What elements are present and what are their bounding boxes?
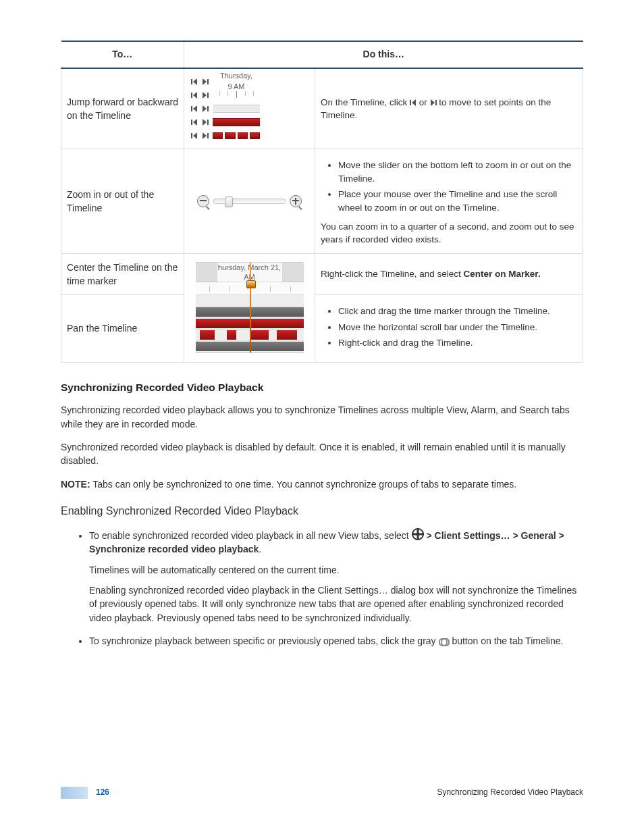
th-to: To…: [61, 41, 184, 68]
list-item: Place your mouse over the Timeline and u…: [338, 188, 577, 214]
menu-path: Client Settings…: [435, 530, 510, 541]
zoom-in-icon: [290, 195, 302, 207]
track-empty: [213, 105, 260, 113]
figure-zoom: [184, 149, 315, 253]
subsection-heading: Enabling Synchronized Recorded Video Pla…: [61, 503, 583, 519]
note-label: NOTE:: [61, 479, 90, 490]
timeline-marker: [250, 263, 251, 353]
breadcrumb-sep: >: [559, 530, 564, 541]
menu-path: Synchronize recorded video playback: [89, 544, 259, 554]
breadcrumb-sep: >: [426, 530, 434, 541]
body-paragraph: Enabling synchronized recorded video pla…: [89, 583, 583, 625]
table-row: Zoom in or out of the Timeline Move the …: [61, 149, 583, 253]
list-item: To enable synchronized recorded video pl…: [89, 528, 583, 625]
prev-point-icon: [191, 78, 198, 85]
prev-point-icon: [410, 99, 417, 106]
note-paragraph: NOTE: Tabs can only be synchronized to o…: [61, 477, 583, 491]
next-point-icon: [202, 105, 209, 112]
list-item: Move the slider on the bottom left to zo…: [338, 159, 577, 185]
to-cell: Pan the Timeline: [61, 295, 184, 363]
to-cell: Zoom in or out of the Timeline: [61, 149, 184, 253]
page-number: 126: [96, 787, 109, 798]
do-cell: Click and drag the time marker through t…: [315, 295, 583, 363]
body-paragraph: Synchronizing recorded video playback al…: [61, 403, 583, 431]
footer-title: Synchronizing Recorded Video Playback: [437, 787, 583, 798]
table-row: Jump forward or backward on the Timeline…: [61, 68, 583, 149]
table-row: Pan the Timeline Click and drag the time…: [61, 295, 583, 363]
to-cell: Center the Timeline on the time marker: [61, 253, 184, 295]
breadcrumb-sep: >: [512, 530, 520, 541]
section-heading: Synchronizing Recorded Video Playback: [61, 380, 583, 395]
figure-jump: Thursday, 9 AM: [184, 68, 315, 149]
next-point-icon: [202, 119, 209, 126]
next-point-icon: [202, 132, 209, 139]
th-do: Do this…: [184, 41, 583, 68]
link-icon: [439, 638, 450, 645]
gear-icon: [412, 528, 424, 540]
do-cell: On the Timeline, click or to move to set…: [315, 68, 583, 149]
next-point-icon: [430, 99, 437, 106]
figure-timeline: hursday, March 21, AM: [184, 253, 315, 362]
do-cell: Move the slider on the bottom left to zo…: [315, 149, 583, 253]
body-paragraph: Synchronized recorded video playback is …: [61, 440, 583, 468]
enable-list: To enable synchronized recorded video pl…: [61, 528, 583, 648]
prev-point-icon: [191, 132, 198, 139]
prev-point-icon: [191, 92, 198, 99]
next-point-icon: [202, 78, 209, 85]
page-badge: [61, 787, 88, 799]
zoom-slider-handle: [225, 197, 233, 207]
body-paragraph: Timelines will be automatically centered…: [89, 563, 583, 577]
page-footer: 126 Synchronizing Recorded Video Playbac…: [0, 787, 644, 799]
menu-item-label: Center on Marker.: [464, 269, 541, 279]
table-row: Center the Timeline on the time marker h…: [61, 253, 583, 295]
zoom-tail-text: You can zoom in to a quarter of a second…: [321, 220, 577, 246]
zoom-slider-track: [213, 199, 286, 204]
list-item: To synchronize playback between specific…: [89, 634, 583, 648]
zoom-out-icon: [197, 195, 209, 207]
page-content: To… Do this… Jump forward or backward on…: [0, 0, 644, 648]
list-item: Right-click and drag the Timeline.: [338, 336, 577, 350]
prev-point-icon: [191, 105, 198, 112]
list-item: Click and drag the time marker through t…: [338, 305, 577, 318]
instruction-table: To… Do this… Jump forward or backward on…: [61, 41, 583, 363]
list-item: Move the horizontal scroll bar under the…: [338, 321, 577, 334]
track-segments: [213, 132, 260, 139]
to-cell: Jump forward or backward on the Timeline: [61, 68, 184, 149]
menu-path: General: [521, 530, 556, 541]
track-full: [213, 118, 260, 126]
do-cell: Right-click the Timeline, and select Cen…: [315, 253, 583, 295]
axis-ticks: [213, 91, 260, 99]
prev-point-icon: [191, 119, 198, 126]
next-point-icon: [202, 92, 209, 99]
